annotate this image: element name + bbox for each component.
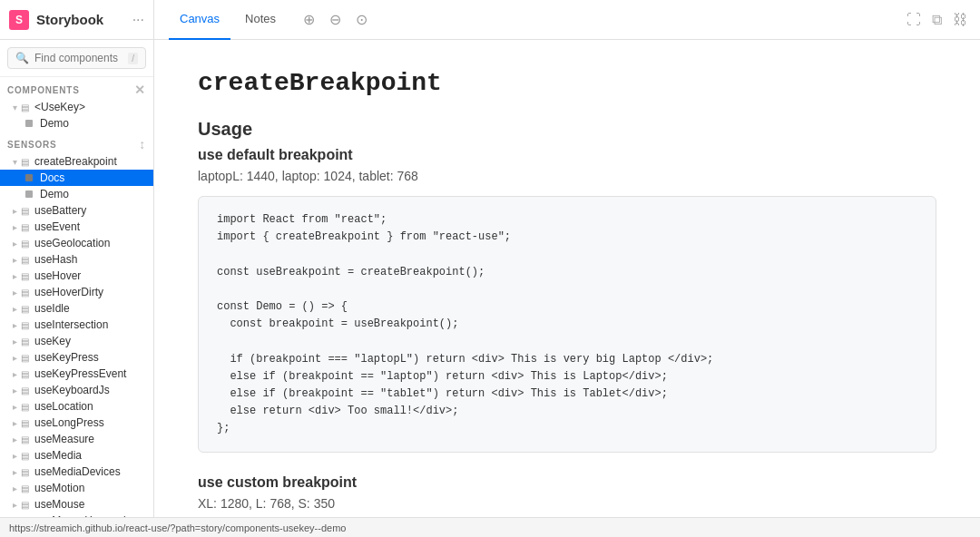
leaf-docs[interactable]: Docs (0, 170, 153, 186)
folder-usemediadevices[interactable]: ▸ ▤ useMediaDevices (0, 464, 153, 480)
folder-usehover[interactable]: ▸ ▤ useHover (0, 268, 153, 284)
topbar: S Storybook ··· Canvas Notes ⊕ ⊖ ⊙ ⛶ ⧉ ⛓ (0, 0, 980, 40)
statusbar-link[interactable]: https://streamich.github.io/react-use/?p… (9, 522, 346, 533)
folder-usehoverdirty[interactable]: ▸ ▤ useHoverDirty (0, 284, 153, 300)
story-icon (25, 120, 33, 127)
section-heading-1: use custom breakpoint (198, 474, 936, 491)
folder-usegeolocation[interactable]: ▸ ▤ useGeolocation (0, 235, 153, 251)
search-shortcut: / (128, 53, 138, 64)
usage-label: Usage (198, 119, 936, 140)
search-bar: 🔍 / (0, 40, 153, 77)
storybook-title: Storybook (36, 12, 103, 27)
main-layout: 🔍 / COMPONENTS ✕ ▾ ▤ <UseKey> Demo (0, 40, 980, 517)
content-area: createBreakpoint Usage use default break… (154, 40, 980, 517)
folder-usemeasure[interactable]: ▸ ▤ useMeasure (0, 431, 153, 447)
section-heading-0: use default breakpoint (198, 147, 936, 163)
section-desc-1: XL: 1280, L: 768, S: 350 (198, 496, 936, 511)
sidebar-header: S Storybook ··· (0, 0, 154, 39)
section-components[interactable]: COMPONENTS ✕ (0, 77, 153, 99)
search-wrap[interactable]: 🔍 / (7, 47, 146, 69)
zoom-in-icon[interactable]: ⊕ (299, 9, 318, 30)
more-button[interactable]: ··· (132, 12, 144, 28)
statusbar: https://streamich.github.io/react-use/?p… (0, 517, 980, 537)
share-icon[interactable]: ⛓ (953, 12, 967, 28)
folder-usemouse[interactable]: ▸ ▤ useMouse (0, 496, 153, 513)
folder-usekeyboardjs[interactable]: ▸ ▤ useKeyboardJs (0, 382, 153, 398)
zoom-reset-icon[interactable]: ⊙ (352, 9, 371, 30)
new-tab-icon[interactable]: ⧉ (932, 12, 942, 28)
folder-usemotion[interactable]: ▸ ▤ useMotion (0, 480, 153, 496)
story-icon-2 (25, 190, 33, 198)
leaf-usekey-demo[interactable]: Demo (0, 115, 153, 132)
section-collapse-icon[interactable]: ✕ (134, 83, 146, 97)
tab-notes[interactable]: Notes (234, 0, 287, 40)
section-sensors[interactable]: SENSORS ↕ (0, 132, 153, 153)
folder-uselocation[interactable]: ▸ ▤ useLocation (0, 398, 153, 415)
section-desc-0: laptopL: 1440, laptop: 1024, tablet: 768 (198, 169, 936, 183)
doc-icon (25, 174, 33, 181)
folder-usekey[interactable]: ▸ ▤ useKey (0, 333, 153, 349)
folder-usekeypress[interactable]: ▸ ▤ useKeyPress (0, 349, 153, 366)
section-sensors-icon[interactable]: ↕ (139, 137, 146, 151)
folder-usemedia[interactable]: ▸ ▤ useMedia (0, 447, 153, 464)
topbar-right-icons: ⛶ ⧉ ⛓ (906, 12, 980, 28)
tab-canvas[interactable]: Canvas (169, 0, 230, 40)
expand-icon[interactable]: ⛶ (906, 12, 921, 28)
page-title: createBreakpoint (198, 69, 936, 97)
tabs-area: Canvas Notes ⊕ ⊖ ⊙ (154, 0, 906, 40)
sidebar-content: COMPONENTS ✕ ▾ ▤ <UseKey> Demo SENSORS ↕… (0, 77, 153, 517)
zoom-out-icon[interactable]: ⊖ (326, 9, 345, 30)
leaf-createbreakpoint-demo[interactable]: Demo (0, 186, 153, 202)
folder-usebattery[interactable]: ▸ ▤ useBattery (0, 202, 153, 219)
code-block-0: import React from "react"; import { crea… (198, 196, 936, 453)
folder-uselongpress[interactable]: ▸ ▤ useLongPress (0, 415, 153, 431)
zoom-controls: ⊕ ⊖ ⊙ (290, 9, 380, 30)
folder-usehash[interactable]: ▸ ▤ useHash (0, 251, 153, 268)
folder-useevent[interactable]: ▸ ▤ useEvent (0, 219, 153, 235)
folder-usekeypressevent[interactable]: ▸ ▤ useKeyPressEvent (0, 366, 153, 382)
search-input[interactable] (34, 52, 122, 64)
folder-createbreakpoint[interactable]: ▾ ▤ createBreakpoint (0, 153, 153, 170)
folder-useintersection[interactable]: ▸ ▤ useIntersection (0, 317, 153, 333)
folder-useidle[interactable]: ▸ ▤ useIdle (0, 300, 153, 317)
storybook-logo: S (9, 10, 29, 30)
search-icon: 🔍 (15, 52, 29, 64)
sidebar: 🔍 / COMPONENTS ✕ ▾ ▤ <UseKey> Demo (0, 40, 154, 517)
folder-usekey[interactable]: ▾ ▤ <UseKey> (0, 99, 153, 115)
